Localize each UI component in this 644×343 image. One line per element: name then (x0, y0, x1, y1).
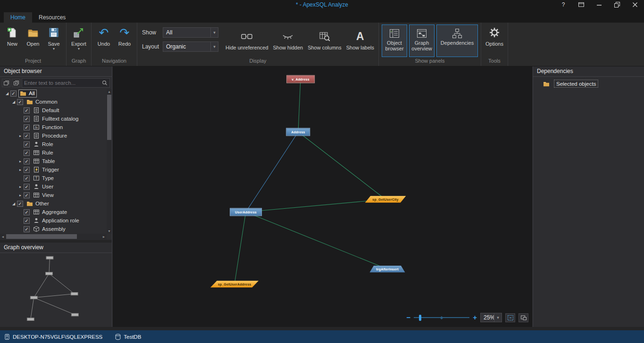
scroll-right-icon[interactable]: ► (101, 235, 107, 238)
checkbox-type[interactable]: ✓ (24, 175, 30, 181)
tree-item-assembly[interactable]: ✓Assembly (0, 225, 107, 233)
chevron-down-icon[interactable] (210, 28, 218, 37)
zoom-slider-handle[interactable] (419, 315, 421, 321)
export-dropdown-arrow-icon[interactable]: ▾ (78, 47, 80, 51)
tree-item-type[interactable]: ✓TType (0, 174, 107, 182)
checkbox-application-role[interactable]: ✓ (24, 218, 30, 224)
graph-canvas[interactable]: − + 25% v_AddressAddresssp_GetUserCityUs… (113, 66, 532, 327)
tree-item-procedure[interactable]: ▸✓Procedure (0, 131, 107, 140)
minimize-button[interactable] (596, 0, 602, 9)
checkbox-role[interactable]: ✓ (24, 141, 30, 147)
zoom-in-button[interactable]: + (473, 314, 477, 321)
restore-button[interactable] (614, 0, 620, 9)
checkbox-assembly[interactable]: ✓ (24, 226, 30, 232)
tree-item-application-role[interactable]: ✓Application role (0, 216, 107, 225)
graph-node-UserAddress[interactable]: UserAddress (230, 208, 262, 216)
tab-resources[interactable]: Resources (32, 12, 72, 23)
search-icon[interactable] (100, 80, 109, 86)
graph-overview-minimap[interactable] (0, 253, 112, 327)
checkbox-table[interactable]: ✓ (24, 158, 30, 164)
checkbox-procedure[interactable]: ✓ (24, 133, 30, 139)
checkbox-view[interactable]: ✓ (24, 192, 30, 198)
tree-vertical-scrollbar[interactable]: ▲ ▼ (107, 89, 112, 234)
checkbox-all[interactable]: ✓ (10, 90, 17, 97)
window-layout-button[interactable] (578, 0, 585, 9)
scroll-up-icon[interactable]: ▲ (107, 89, 112, 94)
collapsed-expander-icon[interactable]: ▸ (17, 159, 24, 163)
tree-item-table[interactable]: ▸✓Table (0, 157, 107, 165)
vertical-scroll-thumb[interactable] (107, 95, 111, 140)
graph-node-trgAfterInsert[interactable]: trgAfterInsert (369, 266, 405, 273)
dependencies-toggle-button[interactable]: Dependencies (436, 24, 478, 57)
tree-item-aggregate[interactable]: ✓Aggregate (0, 208, 107, 216)
selected-objects-item[interactable]: Selected objects (543, 80, 644, 88)
tree-item-role[interactable]: ✓Role (0, 140, 107, 148)
collapsed-expander-icon[interactable]: ▸ (17, 134, 24, 138)
fit-to-window-button[interactable] (505, 313, 515, 322)
checkbox-trigger[interactable]: ✓ (24, 167, 30, 173)
chevron-down-icon[interactable] (210, 42, 218, 51)
tab-home[interactable]: Home (4, 12, 32, 23)
graph-node-sp_GetUserCity[interactable]: sp_GetUserCity (365, 196, 406, 203)
collapsed-expander-icon[interactable]: ▸ (17, 185, 24, 189)
checkbox-aggregate[interactable]: ✓ (24, 209, 30, 215)
zoom-slider[interactable] (414, 314, 469, 321)
undo-button[interactable]: ↶ Undo (93, 24, 114, 57)
tree-item-trigger[interactable]: ▸✓Trigger (0, 165, 107, 174)
horizontal-scroll-thumb[interactable] (6, 234, 77, 239)
layout-combo[interactable]: Organic (163, 41, 218, 52)
zoom-to-selection-button[interactable] (519, 313, 528, 322)
show-columns-button[interactable]: Show columns (305, 27, 344, 57)
checkbox-rule[interactable]: ✓ (24, 150, 30, 156)
tree-item-common[interactable]: ◢✓Common (0, 98, 107, 106)
tree-item-rule[interactable]: ✓Rule (0, 148, 107, 157)
expand-all-button[interactable] (12, 79, 20, 87)
help-button[interactable]: ? (560, 0, 567, 9)
scroll-down-icon[interactable]: ▼ (107, 229, 112, 234)
checkbox-common[interactable]: ✓ (17, 99, 23, 105)
tree-item-function[interactable]: ✓fxFunction (0, 123, 107, 131)
tree-item-fulltext-catalog[interactable]: ✓Fulltext catalog (0, 114, 107, 123)
expanded-expander-icon[interactable]: ◢ (10, 100, 17, 104)
redo-button[interactable]: ↷ Redo (114, 24, 135, 57)
ribbon-group-show-panels: Object browser Graph overview Dependenci… (379, 23, 481, 66)
graph-node-sp_GetUserAddress[interactable]: sp_GetUserAddress (210, 281, 259, 288)
checkbox-function[interactable]: ✓ (24, 124, 30, 131)
export-button[interactable]: Export ▾ (68, 24, 89, 57)
tree-item-default[interactable]: ✓Default (0, 106, 107, 114)
collapsed-expander-icon[interactable]: ▸ (17, 168, 24, 172)
graph-node-v_Address[interactable]: v_Address (286, 75, 315, 83)
collapsed-expander-icon[interactable]: ▸ (17, 193, 24, 197)
object-browser-toggle-button[interactable]: Object browser (382, 24, 407, 57)
open-button[interactable]: Open (23, 24, 43, 57)
show-combo[interactable]: All (163, 27, 218, 38)
hide-unreferenced-button[interactable]: Hide unreferenced (223, 27, 271, 57)
tree-horizontal-scrollbar[interactable]: ◄ ► (0, 234, 107, 239)
tree-item-user[interactable]: ▸✓User (0, 182, 107, 191)
close-button[interactable] (632, 0, 638, 9)
tree-item-other[interactable]: ◢✓Other (0, 199, 107, 208)
chevron-down-icon[interactable] (494, 313, 502, 322)
checkbox-fulltext-catalog[interactable]: ✓ (24, 116, 30, 122)
expanded-expander-icon[interactable]: ◢ (10, 202, 17, 206)
checkbox-other[interactable]: ✓ (17, 201, 23, 207)
search-input[interactable] (22, 80, 100, 86)
tree-item-view[interactable]: ▸✓View (0, 191, 107, 199)
show-labels-button[interactable]: A Show labels (344, 27, 376, 57)
checkbox-user[interactable]: ✓ (24, 184, 30, 190)
zoom-out-button[interactable]: − (406, 314, 410, 321)
save-dropdown-arrow-icon[interactable]: ▾ (53, 47, 55, 51)
checkbox-default[interactable]: ✓ (24, 107, 30, 114)
expanded-expander-icon[interactable]: ◢ (4, 91, 10, 96)
graph-overview-toggle-button[interactable]: Graph overview (409, 24, 435, 57)
tree-item-all[interactable]: ◢✓All (0, 89, 107, 98)
search-field[interactable] (22, 78, 110, 88)
save-button[interactable]: Save ▾ (43, 24, 64, 57)
options-button[interactable]: Options (483, 24, 506, 57)
show-hidden-button[interactable]: Show hidden (271, 27, 306, 57)
new-button[interactable]: New (2, 24, 23, 57)
collapse-all-button[interactable] (2, 79, 10, 87)
graph-node-Address[interactable]: Address (286, 128, 310, 136)
zoom-level-combo[interactable]: 25% (480, 313, 502, 322)
scroll-left-icon[interactable]: ◄ (0, 235, 6, 238)
